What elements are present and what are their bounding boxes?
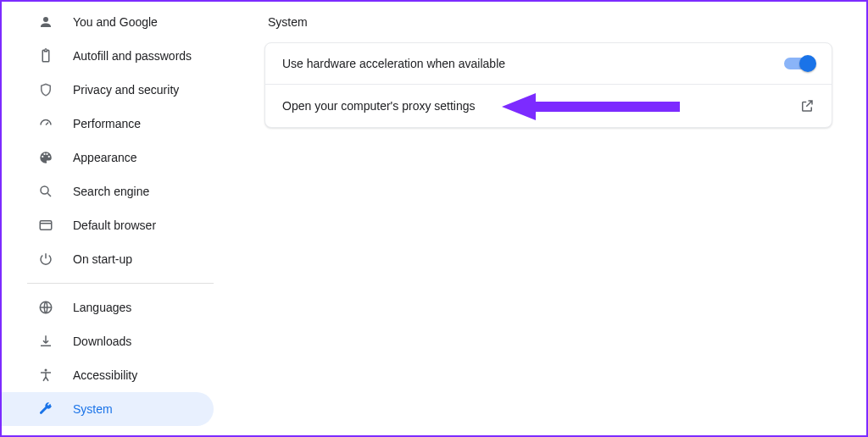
sidebar-item-label: Languages: [73, 301, 131, 314]
sidebar-item-privacy[interactable]: Privacy and security: [2, 73, 214, 107]
power-icon: [37, 251, 54, 268]
sidebar-item-label: On start-up: [73, 252, 132, 266]
sidebar-item-you-and-google[interactable]: You and Google: [2, 5, 214, 39]
sidebar-item-label: Appearance: [73, 151, 137, 164]
accessibility-icon: [37, 367, 54, 384]
sidebar-item-appearance[interactable]: Appearance: [2, 141, 214, 174]
sidebar-item-label: Performance: [73, 117, 141, 130]
row-proxy-settings[interactable]: Open your computer's proxy settings: [265, 84, 832, 127]
external-link-icon: [799, 98, 815, 113]
sidebar-item-label: Autofill and passwords: [73, 49, 192, 63]
sidebar-item-accessibility[interactable]: Accessibility: [2, 358, 214, 392]
sidebar-item-system[interactable]: System: [2, 392, 214, 426]
person-icon: [37, 14, 54, 30]
sidebar-item-on-start-up[interactable]: On start-up: [2, 242, 214, 276]
search-icon: [37, 183, 54, 200]
palette-icon: [37, 149, 54, 166]
sidebar-item-reset[interactable]: Reset settings: [2, 426, 214, 437]
gauge-icon: [37, 115, 54, 132]
sidebar-item-label: Search engine: [73, 185, 149, 198]
row-label: Open your computer's proxy settings: [282, 99, 476, 113]
row-hardware-acceleration[interactable]: Use hardware acceleration when available: [265, 43, 832, 84]
sidebar-item-label: Default browser: [73, 218, 156, 232]
globe-icon: [37, 299, 54, 316]
sidebar-item-label: You and Google: [73, 15, 158, 29]
svg-point-3: [45, 369, 47, 372]
wrench-icon: [37, 401, 54, 418]
toggle-knob: [799, 55, 816, 72]
settings-sidebar: You and Google Autofill and passwords Pr…: [2, 2, 214, 435]
sidebar-divider: [27, 283, 214, 284]
system-settings-card: Use hardware acceleration when available…: [264, 42, 832, 128]
sidebar-item-autofill[interactable]: Autofill and passwords: [2, 39, 214, 73]
sidebar-item-label: Accessibility: [73, 368, 137, 382]
shield-icon: [37, 81, 54, 98]
svg-point-0: [41, 186, 48, 194]
sidebar-item-languages[interactable]: Languages: [2, 290, 214, 324]
sidebar-item-downloads[interactable]: Downloads: [2, 324, 214, 358]
section-title: System: [268, 15, 832, 29]
toggle-hardware-acceleration[interactable]: [784, 58, 815, 69]
settings-content: System Use hardware acceleration when av…: [264, 15, 832, 128]
sidebar-item-label: Privacy and security: [73, 83, 179, 97]
sidebar-item-performance[interactable]: Performance: [2, 107, 214, 141]
svg-rect-1: [40, 221, 52, 230]
clipboard-icon: [37, 47, 54, 64]
sidebar-item-label: Downloads: [73, 335, 131, 348]
browser-icon: [37, 217, 54, 234]
sidebar-item-label: System: [73, 402, 113, 416]
sidebar-item-default-browser[interactable]: Default browser: [2, 208, 214, 242]
download-icon: [37, 333, 54, 350]
sidebar-item-search-engine[interactable]: Search engine: [2, 174, 214, 208]
row-label: Use hardware acceleration when available: [282, 57, 505, 70]
